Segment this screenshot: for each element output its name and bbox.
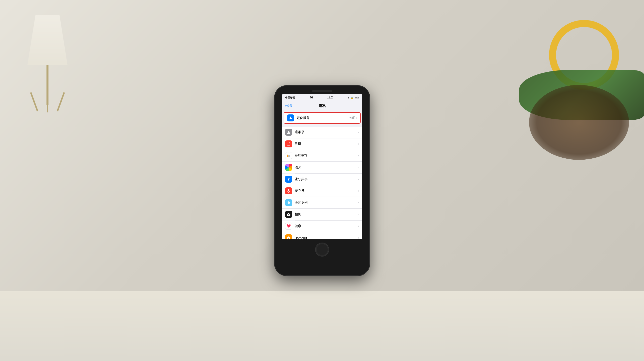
back-chevron-icon: ‹ xyxy=(285,104,286,108)
home-button[interactable] xyxy=(315,242,329,256)
location-services-value: 关闭 xyxy=(349,116,355,120)
speech-label: 语音识别 xyxy=(295,200,358,205)
location-chevron-icon: › xyxy=(356,116,357,120)
location-services-label: 定位服务 xyxy=(297,116,349,120)
status-right-icons: ⊕ 🔒 34% xyxy=(348,96,359,99)
page-title: 隐私 xyxy=(319,104,326,108)
photos-chevron-icon: › xyxy=(358,166,359,169)
speech-chevron-icon: › xyxy=(358,201,359,204)
svg-rect-16 xyxy=(288,202,288,204)
calendar-row[interactable]: 日历 › xyxy=(282,138,362,150)
camera-icon xyxy=(285,211,292,218)
pine-cone-decoration xyxy=(529,85,629,160)
homekit-row[interactable]: HomeKit › xyxy=(282,232,362,239)
speech-icon xyxy=(285,199,292,206)
photos-icon xyxy=(285,164,292,171)
bluetooth-chevron-icon: › xyxy=(358,178,359,181)
location-services-row[interactable]: 定位服务 关闭 › xyxy=(284,112,360,124)
svg-point-8 xyxy=(287,156,288,157)
location-icon xyxy=(287,114,294,122)
status-bar: 中国移动 4G 11:03 ⊕ 🔒 34% xyxy=(282,94,362,101)
homekit-label: HomeKit xyxy=(295,236,358,239)
lock-icon: 🔒 xyxy=(350,96,353,99)
svg-rect-18 xyxy=(289,202,290,204)
section-gap-1 xyxy=(282,125,362,127)
homekit-chevron-icon: › xyxy=(358,236,359,239)
location-status-icon: ⊕ xyxy=(348,96,350,99)
health-label: 健康 xyxy=(295,224,358,228)
health-row[interactable]: 健康 › xyxy=(282,220,362,232)
homekit-icon xyxy=(285,234,292,239)
reminders-chevron-icon: › xyxy=(358,154,359,158)
bluetooth-icon xyxy=(285,176,292,182)
navigation-bar: ‹ 设置 隐私 xyxy=(282,101,362,111)
camera-row[interactable]: 相机 › xyxy=(282,209,362,220)
svg-point-6 xyxy=(287,155,288,155)
bluetooth-label: 蓝牙共享 xyxy=(295,177,358,181)
svg-point-22 xyxy=(288,214,289,215)
time-label: 11:03 xyxy=(327,96,334,99)
svg-point-7 xyxy=(287,156,288,156)
svg-rect-17 xyxy=(288,201,289,204)
reminders-icon xyxy=(285,152,292,159)
contacts-label: 通讯录 xyxy=(295,130,358,134)
reminders-label: 提醒事项 xyxy=(295,154,358,158)
camera-label: 相机 xyxy=(295,212,358,216)
camera-chevron-icon: › xyxy=(358,212,359,216)
phone-device: 中国移动 4G 11:03 ⊕ 🔒 34% ‹ 设置 隐私 xyxy=(275,86,370,276)
back-label: 设置 xyxy=(286,104,292,108)
photos-row[interactable]: 照片 › xyxy=(282,162,362,174)
svg-rect-15 xyxy=(287,202,288,203)
phone-screen: 中国移动 4G 11:03 ⊕ 🔒 34% ‹ 设置 隐私 xyxy=(282,94,362,239)
microphone-icon xyxy=(285,187,292,194)
contacts-icon xyxy=(285,129,292,136)
svg-rect-2 xyxy=(287,143,290,146)
settings-list: 定位服务 关闭 › 通讯录 › xyxy=(282,111,362,239)
contacts-row[interactable]: 通讯录 › xyxy=(282,127,362,138)
svg-rect-12 xyxy=(288,189,290,191)
photos-label: 照片 xyxy=(295,165,358,170)
reminders-row[interactable]: 提醒事项 › xyxy=(282,150,362,162)
battery-label: 34% xyxy=(354,96,359,99)
table-surface xyxy=(0,291,644,361)
phone-wrapper: 中国移动 4G 11:03 ⊕ 🔒 34% ‹ 设置 隐私 xyxy=(275,86,370,276)
contacts-chevron-icon: › xyxy=(358,130,359,134)
carrier-label: 中国移动 xyxy=(285,96,295,100)
microphone-label: 麦克风 xyxy=(295,188,358,193)
bluetooth-row[interactable]: 蓝牙共享 › xyxy=(282,174,362,185)
microphone-chevron-icon: › xyxy=(358,189,359,192)
calendar-icon xyxy=(285,140,292,148)
svg-marker-0 xyxy=(289,116,292,120)
calendar-chevron-icon: › xyxy=(358,142,359,146)
health-chevron-icon: › xyxy=(358,224,359,228)
calendar-label: 日历 xyxy=(295,142,358,146)
lamp-decoration xyxy=(20,15,75,135)
back-button[interactable]: ‹ 设置 xyxy=(285,104,292,108)
health-icon xyxy=(285,222,292,230)
phone-speaker xyxy=(312,90,332,92)
network-label: 4G xyxy=(310,96,313,99)
microphone-row[interactable]: 麦克风 › xyxy=(282,185,362,197)
svg-rect-19 xyxy=(290,202,290,203)
speech-row[interactable]: 语音识别 › xyxy=(282,197,362,208)
